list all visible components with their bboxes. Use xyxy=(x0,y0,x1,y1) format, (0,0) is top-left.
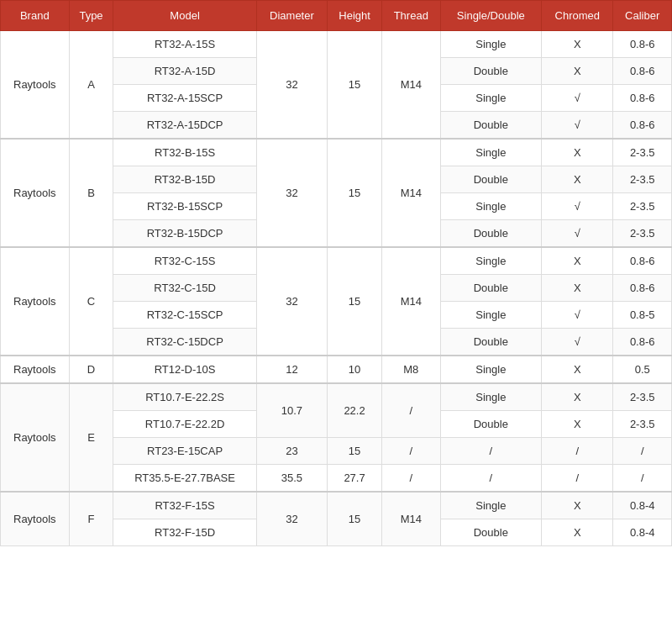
cell-model: RT10.7-E-22.2D xyxy=(113,411,256,438)
cell-caliber: 2-3.5 xyxy=(613,193,672,220)
cell-brand: Raytools xyxy=(1,247,70,356)
cell-chromed: √ xyxy=(542,193,613,220)
col-header-model: Model xyxy=(113,1,256,31)
cell-model: RT35.5-E-27.7BASE xyxy=(113,465,256,493)
cell-thread: M8 xyxy=(382,356,441,383)
cell-height: 22.2 xyxy=(328,383,382,438)
cell-chromed: X xyxy=(542,139,613,166)
cell-model: RT23-E-15CAP xyxy=(113,438,256,465)
cell-single-double: Double xyxy=(440,519,542,546)
cell-caliber: 0.8-6 xyxy=(613,31,672,58)
cell-single-double: Single xyxy=(440,356,542,383)
cell-thread: / xyxy=(382,465,441,493)
col-header-thread: Thread xyxy=(382,1,441,31)
col-header-diameter: Diameter xyxy=(256,1,327,31)
cell-chromed: √ xyxy=(542,112,613,140)
cell-brand: Raytools xyxy=(1,383,70,492)
cell-single-double: Single xyxy=(440,139,542,166)
cell-single-double: Single xyxy=(440,247,542,275)
cell-thread: M14 xyxy=(382,492,441,546)
cell-single-double: Single xyxy=(440,31,542,58)
cell-height: 15 xyxy=(328,492,382,546)
cell-diameter: 32 xyxy=(256,247,327,356)
cell-chromed: X xyxy=(542,492,613,519)
cell-caliber: 0.8-6 xyxy=(613,58,672,85)
cell-height: 15 xyxy=(328,31,382,140)
cell-caliber: 0.8-5 xyxy=(613,302,672,329)
cell-chromed: X xyxy=(542,247,613,275)
cell-chromed: √ xyxy=(542,220,613,248)
cell-single-double: / xyxy=(440,465,542,493)
cell-chromed: √ xyxy=(542,329,613,356)
cell-chromed: X xyxy=(542,166,613,193)
col-header-single-double: Single/Double xyxy=(440,1,542,31)
cell-model: RT32-C-15D xyxy=(113,275,256,302)
cell-model: RT32-B-15DCP xyxy=(113,220,256,248)
product-table: BrandTypeModelDiameterHeightThreadSingle… xyxy=(0,0,672,546)
cell-diameter: 32 xyxy=(256,139,327,247)
cell-single-double: Double xyxy=(440,411,542,438)
cell-type: D xyxy=(69,356,113,383)
table-row: RaytoolsCRT32-C-15S3215M14SingleX0.8-6 xyxy=(1,247,672,275)
cell-thread: M14 xyxy=(382,31,441,140)
cell-single-double: Double xyxy=(440,112,542,140)
cell-single-double: Single xyxy=(440,193,542,220)
cell-model: RT32-C-15S xyxy=(113,247,256,275)
cell-thread: M14 xyxy=(382,247,441,356)
table-header-row: BrandTypeModelDiameterHeightThreadSingle… xyxy=(1,1,672,31)
cell-chromed: X xyxy=(542,58,613,85)
cell-chromed: √ xyxy=(542,85,613,112)
cell-caliber: 0.8-6 xyxy=(613,85,672,112)
cell-model: RT32-A-15D xyxy=(113,58,256,85)
cell-model: RT32-F-15D xyxy=(113,519,256,546)
col-header-chromed: Chromed xyxy=(542,1,613,31)
cell-model: RT10.7-E-22.2S xyxy=(113,383,256,411)
cell-caliber: 2-3.5 xyxy=(613,411,672,438)
cell-chromed: / xyxy=(542,465,613,493)
cell-type: C xyxy=(69,247,113,356)
table-row: RaytoolsBRT32-B-15S3215M14SingleX2-3.5 xyxy=(1,139,672,166)
cell-single-double: Double xyxy=(440,58,542,85)
cell-thread: / xyxy=(382,383,441,438)
main-table-wrapper: BrandTypeModelDiameterHeightThreadSingle… xyxy=(0,0,672,546)
cell-diameter: 32 xyxy=(256,31,327,140)
cell-model: RT32-A-15SCP xyxy=(113,85,256,112)
cell-type: A xyxy=(69,31,113,140)
col-header-brand: Brand xyxy=(1,1,70,31)
cell-height: 15 xyxy=(328,438,382,465)
cell-height: 27.7 xyxy=(328,465,382,493)
cell-caliber: 0.8-4 xyxy=(613,492,672,519)
col-header-height: Height xyxy=(328,1,382,31)
cell-single-double: Double xyxy=(440,166,542,193)
cell-height: 10 xyxy=(328,356,382,383)
cell-chromed: X xyxy=(542,31,613,58)
table-row: RaytoolsART32-A-15S3215M14SingleX0.8-6 xyxy=(1,31,672,58)
cell-caliber: 2-3.5 xyxy=(613,166,672,193)
cell-single-double: Single xyxy=(440,85,542,112)
cell-brand: Raytools xyxy=(1,492,70,546)
cell-single-double: / xyxy=(440,438,542,465)
cell-caliber: 0.8-6 xyxy=(613,112,672,140)
cell-chromed: X xyxy=(542,411,613,438)
cell-single-double: Single xyxy=(440,492,542,519)
cell-caliber: 0.8-6 xyxy=(613,247,672,275)
cell-model: RT12-D-10S xyxy=(113,356,256,383)
cell-model: RT32-F-15S xyxy=(113,492,256,519)
cell-type: E xyxy=(69,383,113,492)
cell-model: RT32-B-15D xyxy=(113,166,256,193)
cell-single-double: Double xyxy=(440,275,542,302)
cell-caliber: 0.8-4 xyxy=(613,519,672,546)
cell-model: RT32-C-15SCP xyxy=(113,302,256,329)
col-header-caliber: Caliber xyxy=(613,1,672,31)
cell-height: 15 xyxy=(328,247,382,356)
cell-caliber: 2-3.5 xyxy=(613,139,672,166)
cell-chromed: √ xyxy=(542,302,613,329)
cell-chromed: / xyxy=(542,438,613,465)
cell-chromed: X xyxy=(542,356,613,383)
cell-type: F xyxy=(69,492,113,546)
cell-diameter: 23 xyxy=(256,438,327,465)
cell-chromed: X xyxy=(542,383,613,411)
cell-caliber: / xyxy=(613,438,672,465)
cell-height: 15 xyxy=(328,139,382,247)
cell-diameter: 32 xyxy=(256,492,327,546)
